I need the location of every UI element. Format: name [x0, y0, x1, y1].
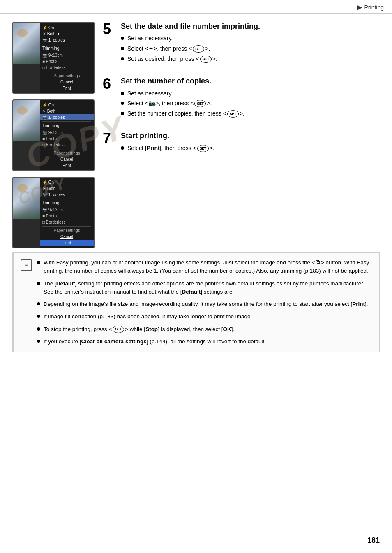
bullet-dot	[121, 102, 124, 105]
menu-row-print-1: Print	[42, 85, 91, 91]
note-1: With Easy printing, you can print anothe…	[37, 259, 373, 275]
camera-thumbnail-1	[13, 23, 40, 64]
step-6-bullet-1: Set as necessary.	[121, 90, 260, 98]
notes-inner: With Easy printing, you can print anothe…	[21, 259, 373, 346]
step-6-title: Set the number of copies.	[121, 76, 260, 86]
note-2: The [Default] setting for printing effec…	[37, 280, 373, 296]
camera-screen-1: ⚡ On ☀ Both ▼ 📷 1 copies Trimming 📷 9x1	[12, 22, 95, 94]
bullet-dot	[121, 112, 124, 115]
bullet-dot	[121, 37, 124, 40]
header-title: ▶ Printing	[357, 3, 384, 11]
menu-row-border-1: □ Borderless	[42, 65, 91, 71]
camera-thumbnail-2	[13, 100, 40, 141]
menu-row-cancel-3: Cancel	[42, 234, 91, 240]
step-7: 7 Start printing. Select [Print], then p…	[103, 131, 260, 154]
menu-row-copies-3: 📷 1 copies	[42, 192, 91, 198]
set-badge: SET	[193, 45, 204, 53]
step-5-title: Set the date and file number imprinting.	[121, 22, 260, 31]
instructions-column: 5 Set the date and file number imprintin…	[103, 22, 260, 248]
step-5-bullet-3: Set as desired, then press <SET>.	[121, 55, 260, 63]
bullet-dot	[121, 146, 124, 150]
step-7-number: 7	[103, 131, 116, 154]
bullet-dot	[121, 92, 124, 95]
menu-row-size-2: 📷 9x13cm	[42, 130, 91, 136]
step-6-content: Set the number of copies. Set as necessa…	[121, 76, 260, 120]
menu-row-border-2: □ Borderless	[42, 142, 91, 148]
note-icon-col	[21, 259, 32, 346]
step-5-number: 5	[103, 22, 116, 65]
step-5-bullets: Set as necessary. Select <☀>, then press…	[121, 35, 260, 63]
step-6-bullet-3: Set the number of copies, then press <SE…	[121, 110, 260, 118]
menu-row-cancel-1: Cancel	[42, 79, 91, 85]
step-6-bullets: Set as necessary. Select <📷>, then press…	[121, 90, 260, 118]
camera-menu-1: ⚡ On ☀ Both ▼ 📷 1 copies Trimming 📷 9x1	[40, 23, 94, 93]
set-badge: SET	[200, 56, 212, 63]
bullet-dot	[37, 261, 40, 264]
menu-row-copies-2-highlight: 📷 1 copies	[40, 114, 94, 120]
step-5-bullet-2: Select <☀>, then press <SET>.	[121, 45, 260, 53]
menu-row-imprint: ⚡ On	[42, 24, 91, 31]
menu-row-type-2: ■ Photo	[42, 136, 91, 142]
menu-row-size-1: 📷 9x13cm	[42, 52, 91, 58]
bullet-dot	[121, 47, 124, 50]
step-6-bullet-2: Select <📷>, then press <SET>.	[121, 99, 260, 108]
menu-row-imprint-3: ⚡ On	[42, 179, 91, 185]
note-6: If you execute [Clear all camera setting…	[37, 338, 373, 346]
menu-row-paper-2: Paper settings	[42, 150, 91, 156]
step-7-bullet-1: Select [Print], then press <SET>.	[121, 144, 260, 153]
step-5: 5 Set the date and file number imprintin…	[103, 22, 260, 65]
note-4: If image tilt correction (p.183) has bee…	[37, 312, 373, 321]
bullet-dot	[37, 327, 40, 331]
page-number: 181	[367, 536, 380, 545]
note-5: To stop the printing, press <SET> while …	[37, 325, 373, 333]
menu-row-type-3: ■ Photo	[42, 213, 91, 219]
bullet-dot	[37, 340, 40, 343]
set-badge: SET	[227, 110, 239, 118]
set-badge: SET	[197, 145, 209, 152]
step-5-content: Set the date and file number imprinting.…	[121, 22, 260, 65]
menu-row-trim-3: Trimming	[42, 200, 91, 206]
step-7-bullets: Select [Print], then press <SET>.	[121, 144, 260, 153]
menu-row-paper-3: Paper settings	[42, 227, 91, 234]
camera-icon: ▶	[357, 3, 362, 11]
menu-row-paper-1: Paper settings	[42, 73, 91, 79]
set-badge: SET	[194, 100, 206, 107]
camera-screen-2: ⚡ On ☀ Both 📷 1 copies Trimming 📷 9x13c	[12, 99, 95, 171]
menu-row-border-3: □ Borderless	[42, 219, 91, 225]
menu-row-print-2: Print	[42, 162, 91, 169]
note-icon	[21, 259, 32, 271]
camera-menu-3: ⚡ On ☀ Both 📷 1 copies Trimming 📷 9x13c	[40, 178, 94, 248]
menu-row-cancel-2: Cancel	[42, 156, 91, 162]
camera-screen-3: ⚡ On ☀ Both 📷 1 copies Trimming 📷 9x13c	[12, 177, 95, 248]
menu-row-print-3-active: Print	[40, 240, 94, 246]
bullet-dot	[37, 282, 40, 285]
note-3: Depending on the image's file size and i…	[37, 300, 373, 308]
step-7-content: Start printing. Select [Print], then pre…	[121, 131, 260, 154]
camera-menu-2: ⚡ On ☀ Both 📷 1 copies Trimming 📷 9x13c	[40, 100, 94, 170]
notes-section: With Easy printing, you can print anothe…	[12, 252, 380, 352]
menu-row-imprint-2: ⚡ On	[42, 102, 91, 108]
main-content: ⚡ On ☀ Both ▼ 📷 1 copies Trimming 📷 9x1	[0, 14, 392, 360]
menu-row-trim-1: Trimming	[42, 45, 91, 51]
camera-thumbnail-3	[13, 178, 40, 219]
menu-row-copies-1: 📷 1 copies	[42, 37, 91, 43]
screenshots-column: ⚡ On ☀ Both ▼ 📷 1 copies Trimming 📷 9x1	[12, 22, 95, 248]
set-badge: SET	[113, 326, 124, 333]
step-6: 6 Set the number of copies. Set as neces…	[103, 76, 260, 120]
menu-row-both-2: ☀ Both	[42, 108, 91, 114]
step-5-bullet-1: Set as necessary.	[121, 35, 260, 43]
bullet-dot	[121, 57, 124, 60]
notes-list: With Easy printing, you can print anothe…	[37, 259, 373, 346]
menu-row-both-3: ☀ Both	[42, 185, 91, 192]
top-section: ⚡ On ☀ Both ▼ 📷 1 copies Trimming 📷 9x1	[12, 22, 380, 248]
menu-row-type-1: ■ Photo	[42, 58, 91, 65]
step-6-number: 6	[103, 76, 116, 120]
bullet-dot	[37, 315, 40, 318]
header-text: Printing	[364, 4, 384, 11]
menu-row-size-3: 📷 9x13cm	[42, 207, 91, 213]
bullet-dot	[37, 302, 40, 305]
menu-row-trim-2: Trimming	[42, 123, 91, 129]
step-7-title: Start printing.	[121, 131, 260, 141]
page-header: ▶ Printing	[0, 0, 392, 14]
menu-row-both: ☀ Both ▼	[42, 31, 91, 37]
